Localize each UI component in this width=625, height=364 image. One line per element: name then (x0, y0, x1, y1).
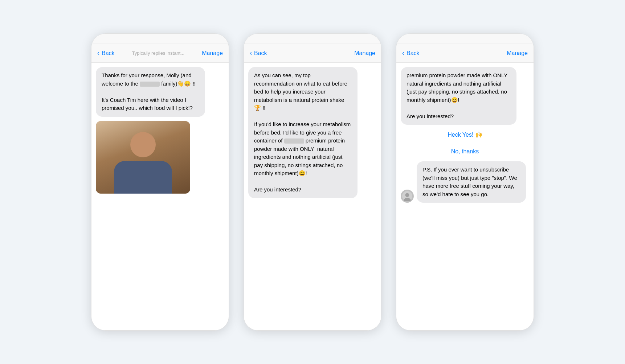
phone-2-back-label: Back (254, 50, 267, 57)
phone-1-nav-title: Typically replies instant... (132, 50, 185, 56)
phone-1-video-thumbnail[interactable] (96, 121, 190, 194)
phone-1-chat-area: Thanks for your response, Molly (and wel… (91, 63, 229, 330)
phone-1-status-bar (91, 34, 229, 44)
phone-3-chat-area: premium protein powder made with ONLY na… (396, 63, 534, 330)
coach-avatar (401, 190, 414, 203)
phone-2-message-1: As you can see, my top recommendation on… (248, 67, 358, 198)
back-chevron-icon-3: ‹ (402, 49, 404, 57)
phone-3-message-with-avatar: P.S. If you ever want to unsubscribe (we… (401, 161, 529, 203)
phone-2-status-bar (244, 34, 381, 44)
redacted-brand-1 (140, 82, 160, 87)
phone-3-back-button[interactable]: ‹ Back (402, 49, 420, 57)
phone-2-nav-bar: ‹ Back Manage (244, 44, 381, 63)
phone-1-message-1: Thanks for your response, Molly (and wel… (96, 67, 205, 117)
phone-3-back-label: Back (407, 50, 420, 57)
person-body (114, 161, 172, 194)
person-head (130, 132, 156, 157)
phone-1-back-button[interactable]: ‹ Back (97, 49, 115, 57)
phone-2-manage-button[interactable]: Manage (354, 50, 375, 57)
phone-3-status-bar (396, 34, 534, 44)
phone-2-back-button[interactable]: ‹ Back (250, 49, 267, 57)
phone-1-manage-button[interactable]: Manage (202, 50, 223, 57)
phone-2: ‹ Back Manage As you can see, my top rec… (244, 33, 381, 331)
avatar-icon (402, 191, 412, 201)
back-chevron-icon-2: ‹ (250, 49, 252, 57)
phone-3-manage-button[interactable]: Manage (507, 50, 528, 57)
phone-1: ‹ Back Typically replies instant... Mana… (91, 33, 229, 331)
phone-3: ‹ Back Manage premium protein powder mad… (396, 33, 534, 331)
phone-3-heck-yes-button[interactable]: Heck Yes! 🙌 (401, 128, 529, 142)
phone-2-chat-area: As you can see, my top recommendation on… (244, 63, 381, 330)
phone-3-message-partial: premium protein powder made with ONLY na… (401, 67, 516, 125)
phones-container: ‹ Back Typically replies instant... Mana… (91, 33, 534, 331)
phone-1-nav-bar: ‹ Back Typically replies instant... Mana… (91, 44, 229, 63)
person-image (96, 121, 190, 194)
phone-3-no-thanks-button[interactable]: No, thanks (401, 145, 529, 158)
phone-1-back-label: Back (102, 50, 115, 57)
redacted-brand-2 (284, 138, 304, 144)
back-chevron-icon: ‹ (97, 49, 99, 57)
phone-3-ps-message: P.S. If you ever want to unsubscribe (we… (417, 161, 526, 203)
svg-point-1 (405, 193, 409, 197)
phone-3-nav-bar: ‹ Back Manage (396, 44, 534, 63)
